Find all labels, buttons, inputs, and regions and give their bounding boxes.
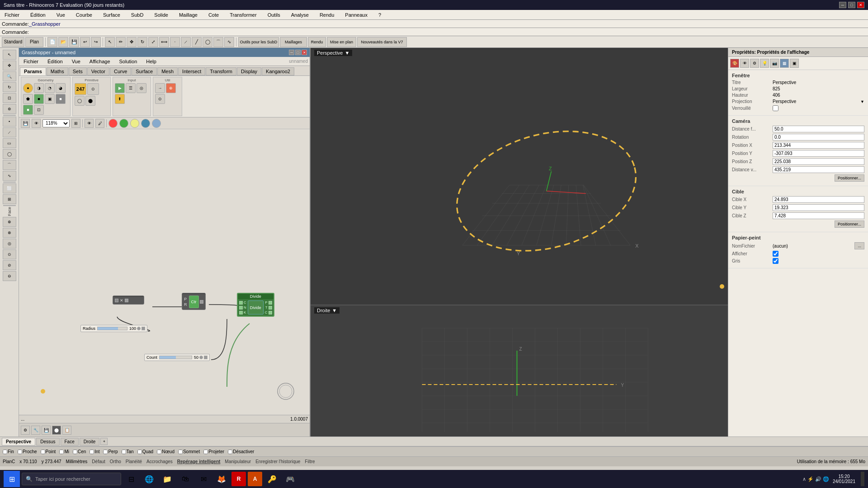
tool-extra2[interactable]: ⊗	[3, 228, 16, 238]
gh-bottom-icon4[interactable]: ⬤	[52, 426, 61, 435]
cb-mi[interactable]: Mi	[59, 449, 69, 454]
tool-arc2[interactable]: ⌒	[3, 160, 16, 170]
gh-minimize[interactable]: ─	[289, 50, 294, 55]
menu-rendu[interactable]: Rendu	[317, 11, 337, 19]
gh-icon-util1[interactable]: →	[155, 83, 165, 93]
toolbar-open[interactable]: 📂	[58, 37, 68, 47]
tool-pan[interactable]: ✥	[3, 61, 16, 70]
tool-curve2[interactable]: ∿	[3, 171, 16, 181]
gh-icon-geo10[interactable]: ⊡	[34, 105, 44, 115]
tool-select[interactable]: ↖	[3, 50, 16, 60]
gh-icon-geo2[interactable]: ◑	[34, 83, 44, 93]
toolbar-line[interactable]: ⟋	[181, 37, 191, 47]
rp-btn-positionner-camera[interactable]: Positionner...	[835, 174, 864, 182]
gh-icon-geo7[interactable]: ▣	[45, 94, 55, 104]
gh-canvas-pen[interactable]: 🖊	[95, 119, 104, 128]
cb-point[interactable]: Point	[41, 449, 56, 454]
gh-bottom-icon3[interactable]: 💾	[42, 426, 51, 435]
close-button[interactable]: ✕	[857, 2, 864, 8]
rp-input-distance-v[interactable]	[773, 166, 864, 173]
gh-tab-intersect[interactable]: Intersect	[178, 67, 205, 75]
tool-surface[interactable]: ⬜	[3, 183, 16, 193]
gh-port-in-O[interactable]	[115, 299, 118, 302]
rp-btn-nomfichier-dots[interactable]: ...	[854, 242, 864, 249]
menu-cote[interactable]: Cote	[206, 11, 222, 19]
menu-subd[interactable]: SubD	[128, 11, 146, 19]
gh-canvas-eye[interactable]: 👁	[85, 119, 94, 128]
gh-color-blue[interactable]	[141, 119, 150, 128]
taskbar-show-desktop[interactable]	[861, 472, 864, 486]
gh-maximize[interactable]: □	[295, 50, 301, 55]
gh-node-divideA-box[interactable]: Ctr	[189, 296, 199, 308]
gh-radius-port-out[interactable]	[142, 327, 145, 330]
cb-fin[interactable]: Fin	[3, 449, 14, 454]
taskbar-mail[interactable]: ✉	[195, 471, 212, 487]
gh-port-out-P2[interactable]	[269, 301, 272, 305]
gh-color-red[interactable]	[108, 119, 118, 128]
taskbar-app-red[interactable]: R	[231, 472, 246, 486]
gh-count-track[interactable]	[159, 356, 192, 359]
status-ortho[interactable]: Ortho	[110, 459, 121, 464]
gh-port-out-T2[interactable]	[269, 306, 272, 310]
minimize-button[interactable]: ─	[839, 2, 846, 8]
rp-btn-positionner-cible[interactable]: Positionner...	[835, 221, 864, 228]
rp-checkbox-verrouille[interactable]	[773, 105, 778, 111]
gh-bottom-icon1[interactable]: ⚙	[21, 426, 30, 435]
tool-zoom[interactable]: 🔍	[3, 71, 16, 81]
menu-courbe[interactable]: Courbe	[73, 11, 95, 19]
rp-input-cible-z[interactable]	[773, 212, 864, 219]
cb-int[interactable]: Int	[90, 449, 99, 454]
gh-port-out-C2[interactable]	[269, 311, 272, 314]
tool-rect[interactable]: ▭	[3, 138, 16, 148]
rp-checkbox-afficher[interactable]	[773, 251, 778, 257]
gh-node-divideA[interactable]: P R Ctr	[182, 293, 206, 310]
taskbar-files[interactable]: 📁	[159, 471, 175, 487]
cb-cen[interactable]: Cen	[73, 449, 86, 454]
gh-bottom-icon2[interactable]: 🔧	[31, 426, 40, 435]
gh-port-out-P[interactable]	[125, 299, 128, 302]
tool-rotate-view[interactable]: ↻	[3, 82, 16, 92]
tool-circle2[interactable]: ◯	[3, 149, 16, 159]
gh-node-divide-main[interactable]: Divide C N K	[237, 293, 274, 317]
gh-icon-geo6[interactable]: ■	[34, 94, 44, 104]
cb-proche[interactable]: Proche	[18, 449, 37, 454]
menu-edition[interactable]: Édition	[28, 11, 48, 19]
status-accrochages[interactable]: Accrochages	[146, 459, 173, 464]
tool-window-select[interactable]: ⊡	[3, 93, 16, 103]
toolbar-save[interactable]: 💾	[69, 37, 79, 47]
toolbar-move[interactable]: ✥	[127, 37, 137, 47]
tool-lasso[interactable]: ⊛	[3, 104, 16, 114]
gh-menu-edition[interactable]: Édition	[45, 58, 66, 65]
toolbar-mirror[interactable]: ⟺	[159, 37, 169, 47]
rp-input-distance-f[interactable]	[773, 126, 864, 132]
menu-maillage[interactable]: Maillage	[176, 11, 200, 19]
rp-input-position-x[interactable]	[773, 142, 864, 149]
gh-port-in-N[interactable]	[239, 306, 243, 310]
toolbar-point[interactable]: ·	[170, 37, 180, 47]
rp-projection-dropdown[interactable]: ▼	[860, 99, 864, 104]
toolbar-new[interactable]: 📄	[47, 37, 57, 47]
gh-tab-transform[interactable]: Transform	[206, 67, 236, 75]
gh-icon-prim4[interactable]: ⬤	[85, 96, 95, 106]
gh-tab-kangaroo2[interactable]: Kangaroo2	[262, 67, 294, 75]
gh-menu-help[interactable]: Help	[143, 58, 159, 65]
taskbar-app-red2[interactable]: A	[248, 472, 262, 486]
menu-fichier[interactable]: Fichier	[2, 11, 22, 19]
menu-outils[interactable]: Outils	[265, 11, 283, 19]
vp-tab-dessus[interactable]: Dessus	[36, 438, 59, 446]
rp-icon-display[interactable]: 👁	[740, 59, 749, 68]
gh-icon-input1[interactable]: ▶	[115, 83, 125, 93]
toolbar-arc[interactable]: ⌒	[213, 37, 223, 47]
menu-solide[interactable]: Solide	[151, 11, 171, 19]
taskbar-start-button[interactable]: ⊞	[4, 471, 20, 487]
taskbar-search[interactable]: 🔍 Taper ici pour rechercher	[22, 473, 121, 485]
toolbar-scale[interactable]: ⤢	[148, 37, 158, 47]
toolbar-curve[interactable]: ∿	[224, 37, 234, 47]
gh-canvas-fit[interactable]: ⊞	[71, 119, 80, 128]
taskbar-edge[interactable]: 🌐	[141, 471, 157, 487]
gh-tab-maths[interactable]: Maths	[47, 67, 68, 75]
status-planeite[interactable]: Planéité	[126, 459, 142, 464]
toolbar-rotate[interactable]: ↻	[137, 37, 147, 47]
tool-extra5[interactable]: ⊘	[3, 260, 16, 270]
toolbar-circle[interactable]: ◯	[203, 37, 212, 47]
